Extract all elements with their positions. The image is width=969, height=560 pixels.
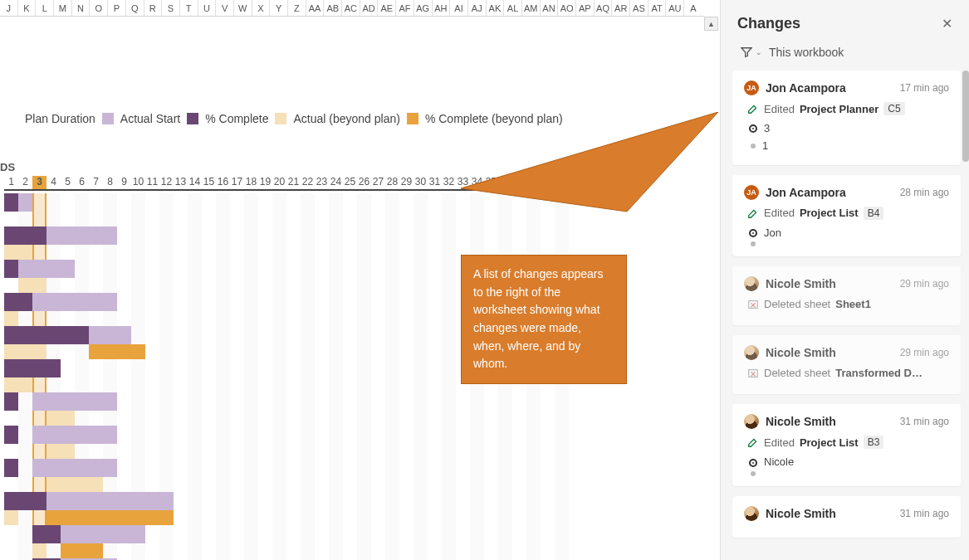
timeline-tick[interactable]: 1	[4, 176, 18, 189]
plan-bar	[32, 426, 117, 444]
column-header[interactable]: P	[108, 0, 126, 16]
column-header[interactable]: AD	[360, 0, 379, 16]
change-card[interactable]: Nicole Smith29 min agoDeleted sheetSheet…	[732, 266, 961, 325]
timeline-tick[interactable]: 9	[117, 176, 131, 189]
changes-list[interactable]: JAJon Acampora17 min agoEditedProject Pl…	[721, 71, 969, 560]
timeline-tick[interactable]: 4	[46, 176, 61, 189]
timeline-tick[interactable]: 13	[174, 176, 188, 189]
new-value: Jon	[764, 225, 781, 242]
change-card[interactable]: Nicole Smith31 min ago	[732, 496, 961, 538]
column-header[interactable]: AL	[504, 0, 522, 16]
timeline-tick[interactable]: 14	[188, 176, 202, 189]
column-header[interactable]: AP	[576, 0, 595, 16]
column-header[interactable]: AA	[306, 0, 325, 16]
timeline-tick[interactable]: 22	[301, 176, 315, 189]
change-card[interactable]: JAJon Acampora28 min agoEditedProject Li…	[732, 175, 961, 257]
column-header[interactable]: AC	[342, 0, 360, 16]
timeline-tick[interactable]: 6	[75, 176, 89, 189]
column-header[interactable]: AJ	[468, 0, 487, 16]
plan-bar	[18, 293, 117, 311]
timeline-tick[interactable]: 16	[216, 176, 230, 189]
column-header[interactable]: AN	[541, 0, 559, 16]
new-value-dot-icon	[749, 229, 757, 237]
timeline-tick[interactable]: 15	[202, 176, 216, 189]
legend-actual-label: Actual Start	[120, 112, 180, 125]
column-header[interactable]: AF	[396, 0, 414, 16]
column-header[interactable]: S	[162, 0, 180, 16]
timeline-tick[interactable]: 21	[286, 176, 301, 189]
column-header[interactable]: AE	[378, 0, 396, 16]
column-header-row: JKLMNOPQRSTUVWXYZAAABACADAEAFAGAHAIAJAKA…	[0, 0, 704, 17]
column-header[interactable]: AQ	[595, 0, 613, 16]
timeline-tick[interactable]: 10	[131, 176, 145, 189]
worksheet-area[interactable]: Plan Duration Actual Start % Complete Ac…	[0, 17, 704, 560]
timeline-tick[interactable]: 32	[442, 176, 456, 189]
column-header[interactable]: U	[198, 0, 217, 16]
column-header[interactable]: A	[684, 0, 702, 16]
column-header[interactable]: O	[90, 0, 108, 16]
column-header[interactable]: W	[234, 0, 252, 16]
column-header[interactable]: M	[54, 0, 72, 16]
timeline-tick[interactable]: 26	[357, 176, 371, 189]
column-header[interactable]: Y	[270, 0, 288, 16]
column-header[interactable]: AM	[522, 0, 541, 16]
column-header[interactable]: R	[144, 0, 163, 16]
delete-sheet-icon	[747, 368, 759, 379]
column-header[interactable]: J	[0, 0, 18, 16]
change-card[interactable]: JAJon Acampora17 min agoEditedProject Pl…	[732, 71, 961, 165]
plan-bar	[18, 260, 75, 278]
column-header[interactable]: AS	[630, 0, 648, 16]
scrollbar-track[interactable]	[962, 71, 969, 560]
timeline-tick[interactable]: 18	[244, 176, 258, 189]
timeline-tick[interactable]: 23	[315, 176, 329, 189]
change-card[interactable]: Nicole Smith29 min agoDeleted sheetTrans…	[732, 335, 961, 394]
column-header[interactable]: N	[72, 0, 91, 16]
close-panel-button[interactable]: ✕	[942, 16, 952, 32]
timeline-tick[interactable]: 3	[32, 176, 46, 189]
column-header[interactable]: AI	[450, 0, 468, 16]
column-header[interactable]: AO	[558, 0, 576, 16]
column-header[interactable]: AR	[612, 0, 630, 16]
scrollbar-thumb[interactable]	[962, 71, 969, 162]
beyond-bar	[89, 344, 145, 359]
timeline-tick[interactable]: 28	[385, 176, 399, 189]
timeline-tick[interactable]: 11	[145, 176, 159, 189]
column-header[interactable]: Z	[288, 0, 306, 16]
actual-bar	[4, 459, 18, 477]
column-header[interactable]: T	[180, 0, 198, 16]
timeline-tick[interactable]: 25	[343, 176, 357, 189]
column-header[interactable]: AT	[648, 0, 667, 16]
timeline-tick[interactable]: 2	[18, 176, 32, 189]
timeline-tick[interactable]: 5	[61, 176, 75, 189]
timeline-tick[interactable]: 7	[89, 176, 103, 189]
timeline-tick[interactable]: 8	[103, 176, 117, 189]
timeline-tick[interactable]: 27	[371, 176, 385, 189]
timeline-tick[interactable]: 30	[414, 176, 428, 189]
scroll-up-button[interactable]: ▲	[704, 17, 718, 31]
column-header[interactable]: AB	[324, 0, 342, 16]
column-header[interactable]: AH	[433, 0, 451, 16]
column-header[interactable]: K	[18, 0, 37, 16]
gantt-row	[4, 492, 569, 510]
change-timestamp: 31 min ago	[900, 416, 949, 427]
filter-row[interactable]: ⌄ This workbook	[721, 41, 969, 71]
legend-plan-label: Plan Duration	[25, 112, 95, 125]
new-value: Nicole	[764, 454, 794, 471]
timeline-tick[interactable]: 31	[428, 176, 442, 189]
timeline-tick[interactable]: 20	[272, 176, 286, 189]
column-header[interactable]: AU	[666, 0, 684, 16]
column-header[interactable]: L	[36, 0, 54, 16]
column-header[interactable]: AK	[487, 0, 505, 16]
column-header[interactable]: Q	[126, 0, 144, 16]
timeline-tick[interactable]: 17	[230, 176, 244, 189]
change-user-name: Nicole Smith	[766, 507, 836, 520]
column-header[interactable]: X	[252, 0, 271, 16]
change-card[interactable]: Nicole Smith31 min agoEditedProject List…	[732, 404, 961, 486]
panel-header: Changes ✕	[721, 0, 969, 41]
column-header[interactable]: AG	[414, 0, 433, 16]
timeline-tick[interactable]: 19	[258, 176, 272, 189]
timeline-tick[interactable]: 24	[329, 176, 343, 189]
timeline-tick[interactable]: 12	[159, 176, 174, 189]
column-header[interactable]: V	[216, 0, 234, 16]
timeline-tick[interactable]: 29	[399, 176, 414, 189]
